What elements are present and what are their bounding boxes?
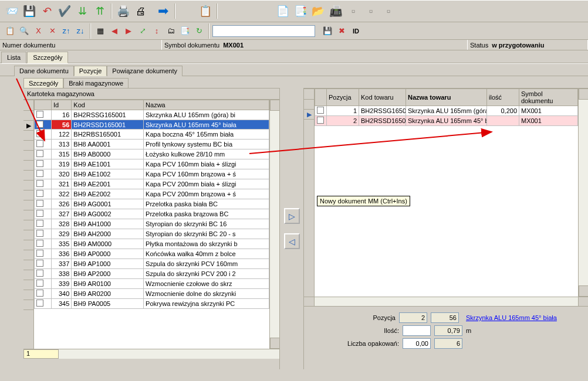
table-row[interactable]: 329BH9 AH2000Styropian do skrzynki BC 20… <box>35 229 269 239</box>
id-label: ID <box>353 28 359 35</box>
table-row[interactable]: 322BH9 AE2002Kapa PCV 200mm brązowa + ś <box>35 189 269 199</box>
right-indicator-col: ▶ <box>304 89 315 297</box>
table-row[interactable]: 313BH8 AA0001Profil tynkowy systemu BC b… <box>35 140 269 149</box>
left-hscroll[interactable] <box>59 349 279 359</box>
main-toolbar: 📨 💾 ↶ ✔️ ⇊ ⇈ 🖨️ 🖨 ➡ 📋 📄 📑 📂 📠 ▫ ▫ ▫ <box>0 0 588 22</box>
table-row[interactable]: 320BH9 AE1002Kapa PCV 160mm brązowa + ś <box>35 169 269 179</box>
table-row[interactable]: 328BH9 AH1000Styropian do skrzynki BC 16 <box>35 219 269 229</box>
main-area: Kartoteka magazynowa ▶ Id Kod Nazwa 16BH… <box>0 88 588 369</box>
move-left-button[interactable]: ◁ <box>284 233 300 249</box>
table-row[interactable]: 319BH9 AE1001Kapa PCV 160mm biała + śliz… <box>35 159 269 169</box>
doc-new-icon[interactable]: 📑 <box>292 2 309 20</box>
tab-pozycje[interactable]: Pozycje <box>74 66 107 76</box>
table-row[interactable]: 16BH2RSSG165001Skrzynka ALU 165mm (góra)… <box>35 110 269 120</box>
expand-icon[interactable]: ⤢ <box>136 25 149 38</box>
del-small-icon[interactable]: ✖ <box>335 25 348 38</box>
table-row[interactable]: 1BH2RSSG1650Skrzynka ALU 165mm (góra) bi… <box>315 106 578 116</box>
table-row[interactable]: 321BH9 AE2001Kapa PCV 200mm biała + śliz… <box>35 179 269 189</box>
table-row[interactable]: 337BH9 AP1000Szpula do skrzynki PCV 160m… <box>35 259 269 269</box>
table-row[interactable]: 327BH9 AG0002Przelotka paska brązowa BC <box>35 209 269 219</box>
table-row[interactable]: 315BH9 AB0000Łożysko kulkowe 28/10 mm <box>35 149 269 159</box>
table-row[interactable]: 338BH9 AP2000Szpula do skrzynki PCV 200 … <box>35 269 269 279</box>
right-hscroll[interactable] <box>315 297 578 306</box>
left-col-kod[interactable]: Kod <box>72 100 144 110</box>
undo-icon[interactable]: ↶ <box>39 2 55 20</box>
left-col-check[interactable] <box>35 100 52 110</box>
left-footer-count: 1 <box>23 349 59 359</box>
grid-icon[interactable]: ▦ <box>94 25 107 38</box>
filter-x2-icon[interactable]: ✕ <box>46 25 59 38</box>
table-row[interactable]: ✓56BH2RSSD165001Skrzynka ALU 165mm 45° b… <box>35 120 269 130</box>
view-icon[interactable]: 📋 <box>4 25 16 38</box>
disabled3-icon: ▫ <box>380 2 397 20</box>
col-left-icon[interactable]: ◀ <box>108 25 121 38</box>
table-row[interactable]: 335BH9 AM0000Płytka montażowa do skrzynk… <box>35 239 269 249</box>
secondary-toolbar: 📋 🔍 Ⅹ ✕ z↑ z↓ ▦ ◀ ▶ ⤢ ↕ 🗂 📑 ↻ 💾 ✖ ID <box>0 22 588 40</box>
refresh-icon[interactable]: ↻ <box>192 25 205 38</box>
move-right-button[interactable]: ▷ <box>284 208 300 224</box>
pozycja-link[interactable]: Skrzynka ALU 165mm 45° biała <box>466 314 583 321</box>
find-icon[interactable]: 🔍 <box>18 25 31 38</box>
left-panel: Kartoteka magazynowa ▶ Id Kod Nazwa 16BH… <box>23 88 280 369</box>
folder-icon[interactable]: 📂 <box>310 2 326 20</box>
sort-asc-icon[interactable]: z↑ <box>60 25 73 38</box>
right-col-nazwa[interactable]: Nazwa towaru <box>406 89 487 106</box>
table-row[interactable]: 336BH9 AP0000Końcówka wałka 40mm z bolce <box>35 249 269 259</box>
disabled2-icon: ▫ <box>363 2 379 20</box>
pozycja-field-a[interactable] <box>399 312 427 323</box>
left-grid: ▶ Id Kod Nazwa 16BH2RSSG165001Skrzynka A… <box>23 100 279 349</box>
right-col-symbol[interactable]: Symbol dokumentu <box>519 89 578 106</box>
id-dropdown[interactable] <box>212 25 315 37</box>
left-col-nazwa[interactable]: Nazwa <box>144 100 269 110</box>
table-row[interactable]: 122BH2RBS165001Kapa boczna 45° 165mm bia… <box>35 130 269 140</box>
save-small-icon[interactable]: 💾 <box>321 25 334 38</box>
table-row[interactable]: 339BH9 AR0100Wzmocnienie czołowe do skrz <box>35 279 269 289</box>
ilosc-field-b[interactable] <box>434 325 462 336</box>
nrdoc-label: Numer dokumentu <box>2 42 56 49</box>
collapse-icon[interactable]: ↕ <box>150 25 163 38</box>
print-icon[interactable]: 🖨️ <box>115 2 131 20</box>
right-hscroll-row <box>304 297 588 307</box>
opak-field-a[interactable] <box>403 338 431 349</box>
filter-x1-icon[interactable]: Ⅹ <box>32 25 45 38</box>
hierarchy-up-icon[interactable]: ⇈ <box>92 2 108 20</box>
tab-lista[interactable]: Lista <box>1 52 26 63</box>
tab-powiazane[interactable]: Powiązane dokumenty <box>107 66 183 76</box>
doc-add-icon[interactable]: 📄 <box>275 2 291 20</box>
col-right-icon[interactable]: ▶ <box>122 25 135 38</box>
table-row[interactable]: 340BH9 AR0200Wzmocnienie dolne do skrzyn… <box>35 289 269 299</box>
check-icon[interactable]: ✔️ <box>56 2 73 20</box>
forward-icon[interactable]: ➡ <box>155 2 171 20</box>
left-scroll[interactable] <box>269 100 279 349</box>
left-col-id[interactable]: Id <box>52 100 72 110</box>
right-scroll[interactable] <box>578 89 588 297</box>
table-row[interactable]: 345BH9 PA0005Pokrywa rewizyjna skrzynki … <box>35 299 269 309</box>
printers-icon[interactable]: 🖨 <box>133 2 149 20</box>
detail-fields: Pozycja Skrzynka ALU 165mm 45° biała Ilo… <box>304 307 588 350</box>
open-icon[interactable]: 📨 <box>4 2 20 20</box>
tab-dane-dokumentu[interactable]: Dane dokumentu <box>14 66 74 76</box>
ilosc-unit: m <box>466 327 583 334</box>
pozycja-field-b[interactable] <box>431 312 459 323</box>
opak-field-b[interactable] <box>434 338 462 349</box>
scanner-icon[interactable]: 📠 <box>327 2 344 20</box>
tool-a-icon[interactable]: 🗂 <box>164 25 177 38</box>
tab-braki[interactable]: Braki magazynowe <box>63 78 129 89</box>
sort-desc-icon[interactable]: z↓ <box>74 25 87 38</box>
hierarchy-down-icon[interactable]: ⇊ <box>74 2 90 20</box>
row-indicator-col: ▶ <box>23 100 34 349</box>
save-icon[interactable]: 💾 <box>21 2 38 20</box>
table-row[interactable]: 326BH9 AG0001Przelotka paska biała BC <box>35 199 269 209</box>
table-row[interactable]: 2BH2RSSD1650Skrzynka ALU 165mm 45° biała… <box>315 116 578 126</box>
right-col-kod[interactable]: Kod towaru <box>359 89 406 106</box>
task-icon[interactable]: 📋 <box>197 2 214 20</box>
tab-szczegoly-low[interactable]: Szczegóły <box>23 78 63 89</box>
tab-szczegoly[interactable]: Szczegóły <box>27 52 68 63</box>
right-col-ilosc[interactable]: ilość <box>487 89 519 106</box>
mid-tabs: Dane dokumentu Pozycje Powiązane dokumen… <box>0 63 588 76</box>
symdoc-value: MX001 <box>223 42 244 49</box>
right-col-pozycja[interactable]: Pozycja <box>327 89 359 106</box>
ilosc-field-a[interactable] <box>403 325 431 336</box>
right-col-check[interactable] <box>315 89 327 106</box>
tool-b-icon[interactable]: 📑 <box>178 25 191 38</box>
